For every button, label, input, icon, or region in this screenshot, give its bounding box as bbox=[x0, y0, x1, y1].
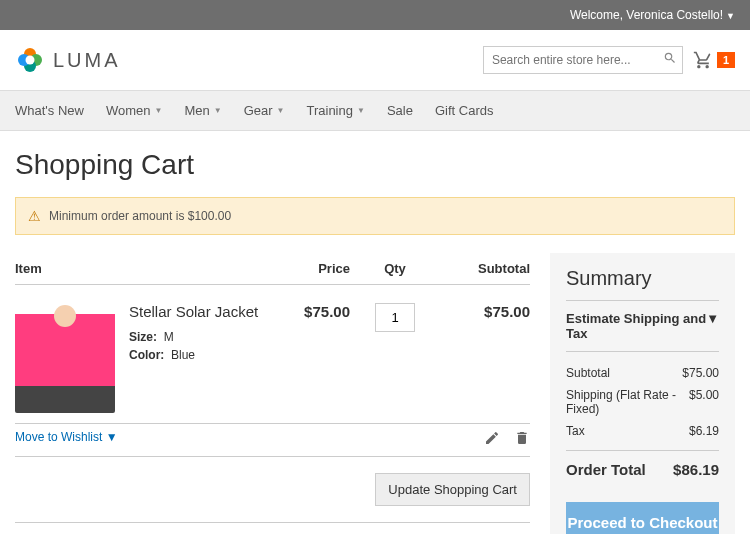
nav-item-women[interactable]: Women▼ bbox=[106, 91, 162, 130]
chevron-down-icon: ▼ bbox=[106, 430, 118, 444]
nav-item-men[interactable]: Men▼ bbox=[184, 91, 221, 130]
item-icon-buttons bbox=[484, 430, 530, 446]
estimate-shipping-toggle[interactable]: Estimate Shipping and Tax ▼ bbox=[566, 311, 719, 352]
product-image[interactable] bbox=[15, 303, 115, 413]
alert-minimum-order: ⚠ Minimum order amount is $100.00 bbox=[15, 197, 735, 235]
update-cart-row: Update Shopping Cart bbox=[15, 457, 530, 523]
update-cart-button[interactable]: Update Shopping Cart bbox=[375, 473, 530, 506]
chevron-down-icon: ▼ bbox=[726, 11, 735, 21]
summary-subtotal: Subtotal$75.00 bbox=[566, 362, 719, 384]
summary-tax: Tax$6.19 bbox=[566, 420, 719, 442]
nav-item-gear[interactable]: Gear▼ bbox=[244, 91, 285, 130]
cart-column: Item Price Qty Subtotal Stellar Solar Ja… bbox=[15, 253, 530, 534]
summary-order-total: Order Total$86.19 bbox=[566, 450, 719, 488]
chevron-down-icon: ▼ bbox=[277, 106, 285, 115]
cart-count-badge: 1 bbox=[717, 52, 735, 68]
header: LUMA 1 bbox=[0, 30, 750, 90]
main-nav: What's NewWomen▼Men▼Gear▼Training▼SaleGi… bbox=[0, 90, 750, 131]
logo[interactable]: LUMA bbox=[15, 45, 121, 75]
page-title: Shopping Cart bbox=[0, 131, 750, 197]
alert-text: Minimum order amount is $100.00 bbox=[49, 209, 231, 223]
cart-table-header: Item Price Qty Subtotal bbox=[15, 253, 530, 285]
nav-item-gift-cards[interactable]: Gift Cards bbox=[435, 91, 494, 130]
header-qty: Qty bbox=[350, 261, 440, 276]
summary-shipping: Shipping (Flat Rate - Fixed)$5.00 bbox=[566, 384, 719, 420]
attr-size: Size: M bbox=[129, 330, 260, 344]
search-box bbox=[483, 46, 683, 74]
trash-icon[interactable] bbox=[514, 430, 530, 446]
item-actions-row: Move to Wishlist ▼ bbox=[15, 424, 530, 457]
summary-panel: Summary Estimate Shipping and Tax ▼ Subt… bbox=[550, 253, 735, 534]
gift-options-row: Gift options▼ bbox=[15, 523, 530, 534]
search-input[interactable] bbox=[483, 46, 683, 74]
product-info: Stellar Solar Jacket Size: M Color: Blue bbox=[129, 303, 260, 413]
chevron-down-icon: ▼ bbox=[155, 106, 163, 115]
qty-input[interactable] bbox=[375, 303, 415, 332]
welcome-text[interactable]: Welcome, Veronica Costello! bbox=[570, 8, 723, 22]
item-price: $75.00 bbox=[260, 303, 350, 413]
header-price: Price bbox=[260, 261, 350, 276]
product-name[interactable]: Stellar Solar Jacket bbox=[129, 303, 260, 320]
content: Item Price Qty Subtotal Stellar Solar Ja… bbox=[0, 253, 750, 534]
cart-icon bbox=[693, 50, 713, 70]
move-to-wishlist-link[interactable]: Move to Wishlist ▼ bbox=[15, 430, 118, 446]
item-qty-cell bbox=[350, 303, 440, 413]
nav-item-training[interactable]: Training▼ bbox=[306, 91, 364, 130]
chevron-down-icon: ▼ bbox=[357, 106, 365, 115]
attr-color: Color: Blue bbox=[129, 348, 260, 362]
top-bar: Welcome, Veronica Costello!▼ bbox=[0, 0, 750, 30]
header-subtotal: Subtotal bbox=[440, 261, 530, 276]
item-subtotal: $75.00 bbox=[440, 303, 530, 413]
cart-item-row: Stellar Solar Jacket Size: M Color: Blue… bbox=[15, 285, 530, 424]
nav-item-what-s-new[interactable]: What's New bbox=[15, 91, 84, 130]
warning-icon: ⚠ bbox=[28, 208, 41, 224]
summary-title: Summary bbox=[566, 267, 719, 301]
logo-icon bbox=[15, 45, 45, 75]
mini-cart[interactable]: 1 bbox=[693, 50, 735, 70]
chevron-down-icon: ▼ bbox=[214, 106, 222, 115]
chevron-down-icon: ▼ bbox=[706, 311, 719, 341]
logo-text: LUMA bbox=[53, 49, 121, 72]
edit-icon[interactable] bbox=[484, 430, 500, 446]
search-icon[interactable] bbox=[663, 51, 677, 65]
checkout-button[interactable]: Proceed to Checkout bbox=[566, 502, 719, 534]
svg-point-4 bbox=[26, 56, 35, 65]
header-item: Item bbox=[15, 261, 260, 276]
header-right: 1 bbox=[483, 46, 735, 74]
nav-item-sale[interactable]: Sale bbox=[387, 91, 413, 130]
